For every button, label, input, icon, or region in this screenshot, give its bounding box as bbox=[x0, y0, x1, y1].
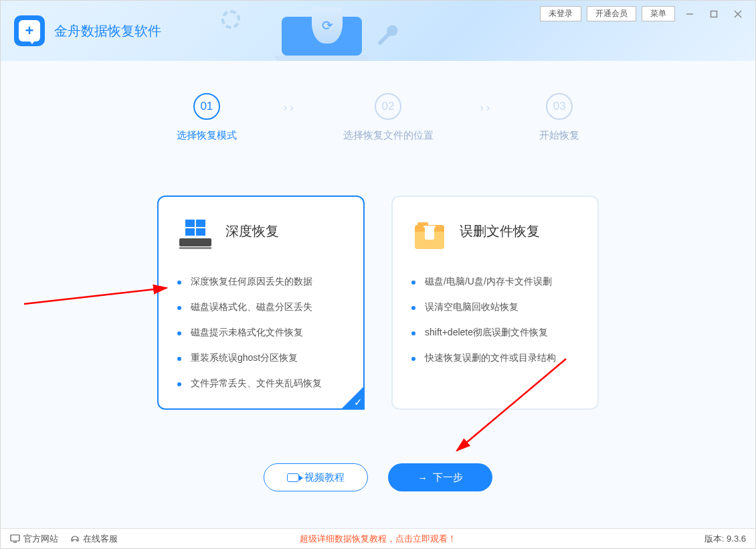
list-item: 重装系统误ghost分区恢复 bbox=[177, 345, 345, 371]
list-item: shift+delete彻底误删文件恢复 bbox=[411, 320, 579, 345]
list-item: 磁盘提示未格式化文件恢复 bbox=[177, 320, 345, 345]
next-button[interactable]: → 下一步 bbox=[388, 463, 492, 491]
minimize-button[interactable] bbox=[680, 7, 699, 21]
card-deep-title: 深度恢复 bbox=[225, 222, 279, 240]
step-arrow-icon: ›› bbox=[284, 102, 296, 114]
footer-bar: 官方网站 在线客服 超级详细数据恢复教程，点击立即观看！ 版本: 9.3.6 bbox=[1, 528, 755, 548]
app-logo-icon: + bbox=[14, 15, 45, 46]
disk-icon bbox=[177, 213, 213, 249]
login-button[interactable]: 未登录 bbox=[540, 6, 581, 21]
selected-check-icon bbox=[341, 386, 365, 410]
step-2-circle: 02 bbox=[375, 93, 401, 120]
svg-rect-1 bbox=[711, 11, 717, 17]
list-item: 误清空电脑回收站恢复 bbox=[411, 295, 579, 320]
menu-button[interactable]: 菜单 bbox=[642, 6, 675, 21]
online-support-link[interactable]: 在线客服 bbox=[70, 533, 118, 545]
open-vip-button[interactable]: 开通会员 bbox=[587, 6, 636, 21]
monitor-icon bbox=[10, 534, 20, 543]
app-header: ⟳ + 金舟数据恢复软件 未登录 开通会员 菜单 bbox=[1, 1, 755, 61]
footer-promo-link[interactable]: 超级详细数据恢复教程，点击立即观看！ bbox=[300, 533, 456, 545]
list-item: 文件异常丢失、文件夹乱码恢复 bbox=[177, 371, 345, 396]
action-row: 视频教程 → 下一步 bbox=[1, 463, 755, 491]
list-item: 深度恢复任何原因丢失的数据 bbox=[177, 269, 345, 295]
arrow-right-icon: → bbox=[417, 472, 428, 483]
card-deep-recovery[interactable]: 深度恢复 深度恢复任何原因丢失的数据 磁盘误格式化、磁盘分区丢失 磁盘提示未格式… bbox=[157, 195, 365, 410]
step-3-circle: 03 bbox=[546, 93, 573, 120]
gear-decoration-icon bbox=[221, 10, 240, 29]
video-tutorial-button[interactable]: 视频教程 bbox=[264, 463, 368, 491]
list-item: 磁盘/电脑/U盘/内存卡文件误删 bbox=[411, 269, 579, 295]
app-title: 金舟数据恢复软件 bbox=[54, 22, 161, 40]
step-1-circle: 01 bbox=[193, 93, 220, 120]
list-item: 磁盘误格式化、磁盘分区丢失 bbox=[177, 295, 345, 320]
video-tutorial-label: 视频教程 bbox=[304, 471, 345, 484]
maximize-button[interactable] bbox=[704, 7, 723, 21]
step-2-label: 选择恢复文件的位置 bbox=[343, 129, 434, 142]
card-deleted-title: 误删文件恢复 bbox=[460, 222, 540, 240]
card-deleted-list: 磁盘/电脑/U盘/内存卡文件误删 误清空电脑回收站恢复 shift+delete… bbox=[411, 269, 579, 371]
step-indicator: 01 选择恢复模式 ›› 02 选择恢复文件的位置 ›› 03 开始恢复 bbox=[1, 93, 755, 142]
card-deep-list: 深度恢复任何原因丢失的数据 磁盘误格式化、磁盘分区丢失 磁盘提示未格式化文件恢复… bbox=[177, 269, 345, 396]
list-item: 快速恢复误删的文件或目录结构 bbox=[411, 345, 579, 371]
folder-trash-icon bbox=[411, 213, 448, 249]
step-1: 01 选择恢复模式 bbox=[177, 93, 237, 142]
step-3-label: 开始恢复 bbox=[539, 129, 579, 142]
step-arrow-icon: ›› bbox=[480, 102, 493, 114]
close-button[interactable] bbox=[729, 7, 747, 21]
step-2: 02 选择恢复文件的位置 bbox=[343, 93, 434, 142]
svg-rect-4 bbox=[11, 535, 19, 541]
card-deleted-recovery[interactable]: 误删文件恢复 磁盘/电脑/U盘/内存卡文件误删 误清空电脑回收站恢复 shift… bbox=[391, 195, 599, 410]
step-3: 03 开始恢复 bbox=[539, 93, 579, 142]
mode-cards: 深度恢复 深度恢复任何原因丢失的数据 磁盘误格式化、磁盘分区丢失 磁盘提示未格式… bbox=[1, 195, 755, 410]
shield-decoration-icon: ⟳ bbox=[312, 7, 343, 44]
official-site-link[interactable]: 官方网站 bbox=[10, 533, 58, 545]
step-1-label: 选择恢复模式 bbox=[177, 129, 237, 142]
headset-icon bbox=[70, 534, 80, 544]
titlebar-right: 未登录 开通会员 菜单 bbox=[540, 6, 747, 21]
next-button-label: 下一步 bbox=[433, 471, 463, 484]
video-icon bbox=[287, 473, 299, 482]
wrench-decoration-icon bbox=[375, 23, 402, 50]
version-label: 版本: 9.3.6 bbox=[704, 533, 746, 545]
